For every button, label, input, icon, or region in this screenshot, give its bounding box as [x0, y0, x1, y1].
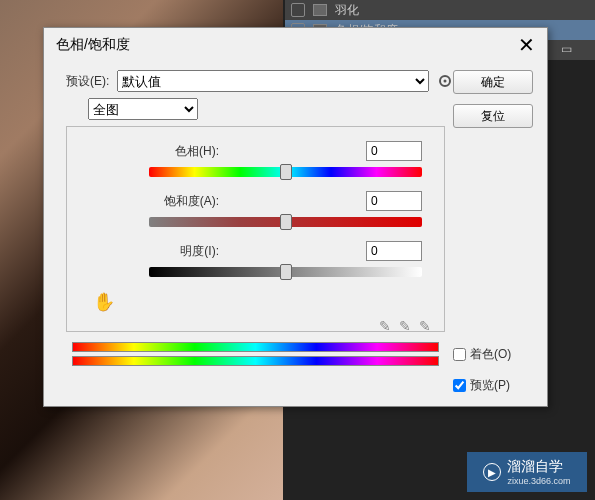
saturation-label: 饱和度(A):: [89, 193, 219, 210]
saturation-input[interactable]: [366, 191, 422, 211]
layer-name: 羽化: [335, 2, 359, 19]
hand-icon[interactable]: ✋: [89, 292, 115, 312]
output-spectrum: [72, 356, 439, 366]
slider-thumb[interactable]: [280, 164, 292, 180]
play-icon: ▶: [483, 463, 501, 481]
watermark-url: zixue.3d66.com: [507, 476, 570, 486]
preview-checkbox-row: 预览(P): [453, 377, 533, 394]
watermark-title: 溜溜自学: [507, 458, 563, 474]
layer-options-icon[interactable]: ▭: [561, 42, 575, 56]
colorize-checkbox-row: 着色(O): [453, 346, 533, 363]
preview-checkbox[interactable]: [453, 379, 466, 392]
spectrum-bars: [72, 342, 439, 366]
preset-select[interactable]: 默认值: [117, 70, 429, 92]
lightness-input[interactable]: [366, 241, 422, 261]
dialog-title: 色相/饱和度: [56, 36, 130, 54]
hue-input[interactable]: [366, 141, 422, 161]
input-spectrum: [72, 342, 439, 352]
saturation-slider[interactable]: [149, 217, 422, 227]
slider-thumb[interactable]: [280, 214, 292, 230]
close-icon[interactable]: ✕: [518, 33, 535, 57]
gear-icon[interactable]: [437, 73, 453, 89]
preset-label: 预设(E):: [66, 73, 109, 90]
ok-button[interactable]: 确定: [453, 70, 533, 94]
svg-point-1: [444, 80, 447, 83]
layer-row[interactable]: 羽化: [285, 0, 595, 20]
layer-thumb-icon: [313, 4, 327, 16]
edit-channel-select[interactable]: 全图: [88, 98, 198, 120]
lightness-label: 明度(I):: [89, 243, 219, 260]
lightness-slider[interactable]: [149, 267, 422, 277]
preview-label: 预览(P): [470, 377, 510, 394]
hue-label: 色相(H):: [89, 143, 219, 160]
watermark: ▶ 溜溜自学 zixue.3d66.com: [467, 452, 587, 492]
colorize-checkbox[interactable]: [453, 348, 466, 361]
sliders-box: 色相(H): 饱和度(A): 明度(I): ✋: [66, 126, 445, 332]
reset-button[interactable]: 复位: [453, 104, 533, 128]
dialog-titlebar: 色相/饱和度 ✕: [44, 28, 547, 62]
hue-slider[interactable]: [149, 167, 422, 177]
slider-thumb[interactable]: [280, 264, 292, 280]
hue-saturation-dialog: 色相/饱和度 ✕ 预设(E): 默认值 全图 色相(H):: [43, 27, 548, 407]
visibility-icon[interactable]: [291, 3, 305, 17]
colorize-label: 着色(O): [470, 346, 511, 363]
